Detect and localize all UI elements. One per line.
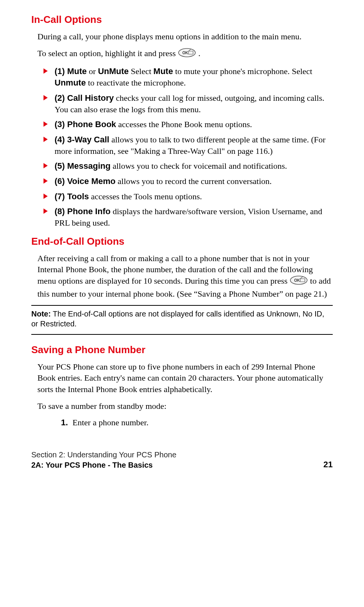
item-text: or xyxy=(87,66,98,76)
item-bold: UnMute xyxy=(98,66,129,76)
list-item: (1) Mute or UnMute Select Mute to mute y… xyxy=(38,66,333,88)
footer-section-line: Section 2: Understanding Your PCS Phone xyxy=(31,450,316,460)
item-text: accesses the Tools menu options. xyxy=(89,192,202,201)
ok-key-icon: OK xyxy=(290,275,308,288)
triangle-bullet-icon xyxy=(43,194,48,199)
item-text: accesses the Phone Book menu options. xyxy=(116,119,252,129)
list-item-body: (4) 3-Way Call allows you to talk to two… xyxy=(55,134,333,157)
svg-text:OK: OK xyxy=(294,278,300,283)
note-rule-top xyxy=(31,305,333,306)
step-text: Enter a phone number. xyxy=(72,417,148,428)
item-bold: Mute xyxy=(153,66,173,76)
heading-end-of-call-options: End-of-Call Options xyxy=(31,236,333,247)
triangle-bullet-icon xyxy=(43,121,48,127)
item-text: to mute your phone's microphone. Select xyxy=(173,66,312,76)
list-item-body: (5) Messaging allows you to check for vo… xyxy=(55,160,287,172)
item-text: allows you to record the current convers… xyxy=(116,176,272,186)
triangle-bullet-icon xyxy=(43,178,48,184)
list-item: (7) Tools accesses the Tools menu option… xyxy=(38,191,333,202)
step-number: 1. xyxy=(55,417,68,428)
item-bold: (6) Voice Memo xyxy=(55,176,116,186)
item-bold: (4) 3-Way Call xyxy=(55,135,109,144)
list-item: (5) Messaging allows you to check for vo… xyxy=(38,160,333,172)
incall-intro-paragraph: During a call, your phone displays menu … xyxy=(37,31,333,42)
list-item-body: (1) Mute or UnMute Select Mute to mute y… xyxy=(55,66,333,88)
endcall-paragraph: After receiving a call from or making a … xyxy=(37,253,333,300)
note-box: Note: The End-of-Call options are not di… xyxy=(31,309,333,329)
ok-key-icon: OK xyxy=(178,48,196,61)
item-bold: (2) Call History xyxy=(55,93,114,103)
incall-select-paragraph: To select an option, highlight it and pr… xyxy=(37,48,333,61)
saving-lead: To save a number from standby mode: xyxy=(37,400,333,412)
footer-chapter-line: 2A: Your PCS Phone - The Basics xyxy=(31,460,316,470)
saving-steps-list: 1. Enter a phone number. xyxy=(55,417,333,428)
list-item: (4) 3-Way Call allows you to talk to two… xyxy=(38,134,333,157)
heading-saving-phone-number: Saving a Phone Number xyxy=(31,344,333,356)
ordered-list-item: 1. Enter a phone number. xyxy=(55,417,333,428)
footer-page-number: 21 xyxy=(324,459,333,470)
item-bold: (5) Messaging xyxy=(55,161,111,171)
incall-select-post: . xyxy=(196,48,200,58)
incall-options-list: (1) Mute or UnMute Select Mute to mute y… xyxy=(38,66,333,228)
endcall-para-pre: After receiving a call from or making a … xyxy=(37,253,313,286)
list-item: (6) Voice Memo allows you to record the … xyxy=(38,176,333,187)
note-rule-bottom xyxy=(31,334,333,335)
triangle-bullet-icon xyxy=(43,137,48,142)
triangle-bullet-icon xyxy=(43,208,48,214)
triangle-bullet-icon xyxy=(43,163,48,168)
list-item-body: (2) Call History checks your call log fo… xyxy=(55,92,333,115)
list-item: (8) Phone Info displays the hardware/sof… xyxy=(38,206,333,228)
item-bold: (3) Phone Book xyxy=(55,119,116,129)
item-text: allows you to check for voicemail and no… xyxy=(111,161,287,171)
list-item-body: (6) Voice Memo allows you to record the … xyxy=(55,176,272,187)
heading-in-call-options: In-Call Options xyxy=(31,14,333,26)
list-item-body: (8) Phone Info displays the hardware/sof… xyxy=(55,206,333,228)
page: In-Call Options During a call, your phon… xyxy=(0,0,364,482)
note-text: The End-of-Call options are not displaye… xyxy=(31,310,324,328)
footer-left: Section 2: Understanding Your PCS Phone … xyxy=(31,450,316,470)
saving-paragraph: Your PCS Phone can store up to five phon… xyxy=(37,361,333,395)
item-text: to reactivate the microphone. xyxy=(86,78,186,87)
item-bold: Unmute xyxy=(55,78,86,87)
svg-text:OK: OK xyxy=(182,51,188,55)
item-text: Select xyxy=(129,66,153,76)
item-bold: (8) Phone Info xyxy=(55,207,111,216)
list-item-body: (7) Tools accesses the Tools menu option… xyxy=(55,191,202,202)
page-footer: Section 2: Understanding Your PCS Phone … xyxy=(31,450,333,470)
item-bold: (1) Mute xyxy=(55,66,87,76)
list-item: (2) Call History checks your call log fo… xyxy=(38,92,333,115)
note-label: Note: xyxy=(31,310,51,318)
list-item: (3) Phone Book accesses the Phone Book m… xyxy=(38,119,333,130)
list-item-body: (3) Phone Book accesses the Phone Book m… xyxy=(55,119,252,130)
incall-select-pre: To select an option, highlight it and pr… xyxy=(37,48,178,58)
triangle-bullet-icon xyxy=(43,68,48,74)
triangle-bullet-icon xyxy=(43,95,48,100)
item-bold: (7) Tools xyxy=(55,192,89,201)
